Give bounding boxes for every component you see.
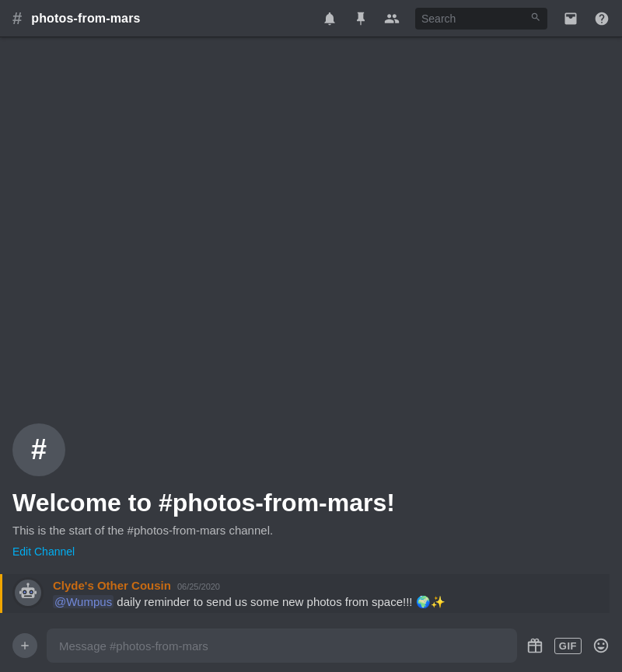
svg-point-4 (23, 591, 26, 594)
message-text: @Wumpus daily reminder to send us some n… (53, 594, 610, 610)
channel-hash-circle-icon: # (31, 436, 47, 464)
search-box[interactable]: Search (415, 8, 547, 30)
pin-icon[interactable] (353, 11, 369, 26)
svg-rect-9 (19, 590, 22, 594)
add-attachment-button[interactable] (12, 633, 37, 658)
edit-channel-link[interactable]: Edit Channel (12, 545, 75, 558)
channel-hash-circle: # (12, 423, 65, 476)
search-icon (530, 12, 541, 25)
messages-area[interactable]: # Welcome to #photos-from-mars! This is … (0, 37, 622, 619)
mention[interactable]: @Wumpus (53, 595, 114, 608)
main-content: # Welcome to #photos-from-mars! This is … (0, 37, 622, 672)
table-row: Clyde's Other Cousin 06/25/2020 @Wumpus … (0, 574, 610, 613)
channel-hash-icon: # (12, 10, 22, 27)
svg-point-7 (26, 583, 29, 585)
gif-button[interactable]: GIF (554, 638, 582, 654)
input-actions: GIF (526, 637, 610, 654)
message-header: Clyde's Other Cousin 06/25/2020 (53, 579, 610, 592)
channel-welcome-title: Welcome to #photos-from-mars! (12, 489, 610, 517)
bell-icon[interactable] (322, 11, 337, 26)
messages-list: Clyde's Other Cousin 06/25/2020 @Wumpus … (0, 574, 622, 619)
svg-rect-8 (24, 595, 32, 597)
svg-point-5 (30, 591, 33, 594)
message-timestamp: 06/25/2020 (177, 582, 220, 591)
channel-welcome-desc: This is the start of the #photos-from-ma… (12, 524, 610, 537)
emoji-icon[interactable] (592, 637, 610, 654)
svg-rect-10 (35, 590, 37, 594)
channel-name: photos-from-mars (31, 12, 140, 26)
inbox-icon[interactable] (563, 11, 578, 26)
message-author: Clyde's Other Cousin (53, 579, 171, 592)
topbar-icons: Search (322, 8, 610, 30)
avatar (12, 577, 44, 608)
search-placeholder: Search (421, 12, 526, 25)
channel-intro: # Welcome to #photos-from-mars! This is … (0, 411, 622, 574)
input-bar: GIF (0, 619, 622, 672)
gift-icon[interactable] (526, 637, 543, 654)
members-icon[interactable] (384, 11, 400, 26)
help-icon[interactable] (594, 11, 610, 26)
message-content: Clyde's Other Cousin 06/25/2020 @Wumpus … (53, 577, 610, 610)
message-body: daily reminder to send us some new photo… (117, 595, 445, 608)
topbar: # photos-from-mars Search (0, 0, 622, 37)
message-input[interactable] (47, 628, 517, 663)
